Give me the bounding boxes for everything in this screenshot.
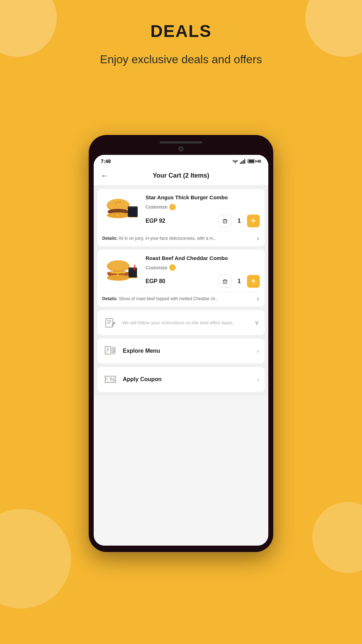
svg-point-64: [113, 380, 114, 381]
svg-rect-4: [244, 159, 245, 164]
item-2-quantity: 1: [236, 278, 243, 285]
item-1-customize-arrow[interactable]: ›: [169, 204, 176, 210]
item-1-price: EGP 92: [146, 218, 165, 224]
svg-rect-2: [241, 161, 242, 164]
roast-beef-combo-image: [102, 255, 141, 287]
page-title: DEALS: [0, 21, 362, 41]
item-1-customize-row[interactable]: Customize ›: [146, 204, 260, 210]
burger-combo-image: [102, 194, 141, 226]
item-1-name: Star Angus Thick Burger Combo: [146, 194, 260, 201]
svg-point-30: [108, 260, 129, 270]
svg-rect-3: [243, 160, 244, 164]
item-2-add-button[interactable]: +: [247, 275, 260, 288]
item-1-quantity-controls: 1 +: [219, 215, 260, 227]
page-subtitle: Enjoy exclusive deals and offers: [0, 52, 362, 67]
svg-point-9: [117, 201, 119, 202]
svg-rect-40: [223, 280, 227, 283]
instructions-card[interactable]: We will follow your instructions on the …: [97, 310, 265, 335]
bg-decoration-bottom-left: [0, 509, 71, 608]
item-2-customize-row[interactable]: Customize ›: [146, 264, 260, 271]
svg-point-63: [110, 378, 111, 379]
cart-item-2: Roast Beef And Cheddar Combo Customize ›…: [97, 250, 265, 307]
svg-rect-20: [129, 207, 136, 216]
item-2-details-text: Details: Slices of roast beef topped wit…: [102, 296, 256, 301]
instructions-text: We will follow your instructions on the …: [122, 320, 250, 325]
item-2-delete-button[interactable]: [219, 275, 231, 288]
explore-menu-icon: [103, 343, 118, 358]
item-1-price-row: EGP 92: [146, 215, 260, 227]
item-2-expand-icon[interactable]: ∨: [256, 296, 260, 302]
trash-icon: [222, 218, 228, 224]
svg-point-6: [108, 199, 129, 210]
svg-rect-1: [240, 162, 241, 164]
signal-icon: [240, 159, 246, 164]
item-1-delete-button[interactable]: [219, 215, 231, 227]
item-1-details-text: Details: All in on juicy, in-your-face d…: [102, 236, 256, 241]
item-2-customize-label: Customize: [146, 265, 167, 270]
apply-coupon-label: Apply Coupon: [123, 376, 252, 383]
item-1-details-row: Details: All in on juicy, in-your-face d…: [102, 232, 260, 241]
svg-line-65: [110, 378, 114, 381]
item-1-expand-icon[interactable]: ∨: [256, 236, 260, 241]
apply-coupon-icon: [103, 372, 118, 387]
explore-menu-card[interactable]: Explore Menu ›: [97, 339, 265, 363]
svg-marker-61: [106, 352, 107, 353]
item-1-customize-label: Customize: [146, 204, 167, 210]
item-2-details-row: Details: Slices of roast beef topped wit…: [102, 292, 260, 302]
item-2-price: EGP 80: [146, 278, 165, 285]
instructions-chevron: ∨: [254, 319, 259, 326]
battery-level: 48: [257, 159, 261, 163]
apply-coupon-chevron: ›: [257, 376, 259, 383]
phone-mockup: 7:48: [89, 135, 273, 552]
instructions-icon: [103, 315, 118, 330]
app-header: ← Your Cart (2 Items): [94, 166, 268, 185]
battery-icon: [247, 159, 255, 163]
explore-menu-chevron: ›: [257, 347, 259, 355]
phone-camera: [179, 146, 183, 151]
item-2-quantity-controls: 1 +: [219, 275, 260, 288]
status-time: 7:48: [101, 158, 111, 164]
item-1-add-button[interactable]: +: [247, 215, 260, 227]
status-bar: 7:48: [94, 155, 268, 166]
back-button[interactable]: ←: [101, 171, 109, 180]
svg-rect-47: [106, 319, 113, 327]
explore-menu-label: Explore Menu: [123, 348, 252, 354]
cart-item-1: Star Angus Thick Burger Combo Customize …: [97, 189, 265, 246]
phone-screen: 7:48: [94, 155, 268, 546]
phone-notch: [160, 141, 202, 144]
coupon-svg-icon: [103, 372, 118, 387]
cart-title: Your Cart (2 Items): [153, 172, 209, 179]
instructions-svg-icon: [103, 315, 118, 330]
item-1-quantity: 1: [236, 218, 243, 224]
item-2-image: [102, 255, 141, 287]
svg-rect-22: [223, 220, 227, 223]
svg-rect-54: [105, 346, 111, 354]
svg-line-51: [112, 323, 114, 325]
item-2-name: Roast Beef And Cheddar Combo: [146, 255, 260, 262]
svg-rect-37: [128, 267, 137, 269]
item-2-price-row: EGP 80: [146, 275, 260, 288]
wifi-icon: [232, 159, 238, 164]
status-icons: 48: [232, 159, 261, 164]
cart-content: Star Angus Thick Burger Combo Customize …: [94, 185, 268, 395]
svg-point-0: [235, 163, 236, 163]
svg-rect-38: [134, 265, 135, 270]
trash-icon-2: [222, 278, 228, 284]
item-1-details: Star Angus Thick Burger Combo Customize …: [146, 194, 260, 227]
item-2-details: Roast Beef And Cheddar Combo Customize ›…: [146, 255, 260, 288]
bg-decoration-bottom-right: [312, 502, 362, 573]
phone-frame: 7:48: [89, 135, 273, 552]
item-2-customize-arrow[interactable]: ›: [169, 264, 176, 271]
item-1-image: [102, 194, 141, 226]
explore-menu-svg-icon: [103, 343, 118, 358]
apply-coupon-card[interactable]: Apply Coupon ›: [97, 367, 265, 392]
